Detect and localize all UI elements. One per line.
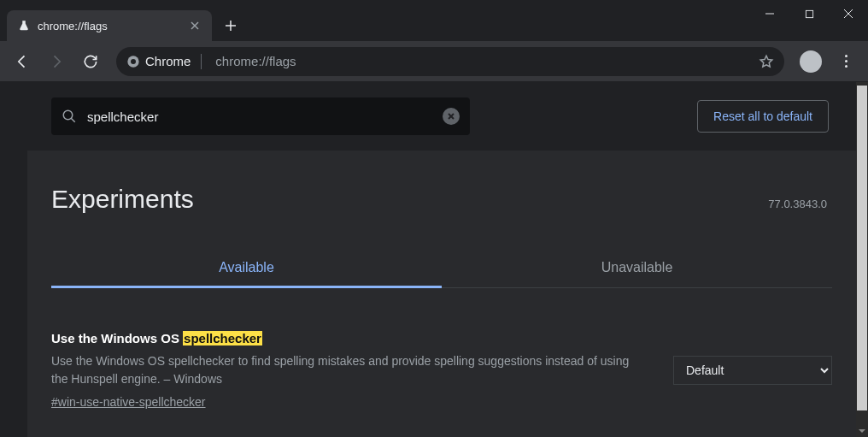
app-menu-button[interactable] <box>830 46 861 77</box>
reset-all-button[interactable]: Reset all to default <box>697 100 829 133</box>
flag-anchor-link[interactable]: #win-use-native-spellchecker <box>51 395 206 409</box>
bookmark-star-icon[interactable] <box>759 54 774 69</box>
toolbar: Chrome chrome://flags <box>0 41 868 82</box>
tab-available[interactable]: Available <box>51 248 442 287</box>
vertical-scrollbar[interactable] <box>856 82 868 437</box>
svg-rect-5 <box>806 10 812 17</box>
flag-title: Use the Windows OS spellchecker <box>51 331 653 345</box>
search-band: Reset all to default <box>0 82 856 151</box>
flags-search-input[interactable] <box>87 109 432 124</box>
flags-tabs: Available Unavailable <box>51 248 832 288</box>
back-button[interactable] <box>7 46 38 77</box>
chrome-icon <box>126 55 140 68</box>
browser-tab[interactable]: chrome://flags <box>7 10 212 41</box>
page-content: Reset all to default Experiments 77.0.38… <box>27 82 856 437</box>
scroll-down-icon[interactable] <box>856 425 868 437</box>
minimize-button[interactable] <box>750 0 789 27</box>
close-window-button[interactable] <box>829 0 868 27</box>
forward-button[interactable] <box>41 46 72 77</box>
clear-search-icon[interactable] <box>443 108 460 125</box>
svg-point-10 <box>63 110 73 120</box>
scrollbar-thumb[interactable] <box>857 86 867 410</box>
search-icon <box>62 109 77 124</box>
titlebar: chrome://flags <box>0 0 868 41</box>
search-highlight: spellchecker <box>183 331 262 345</box>
url-text: chrome://flags <box>215 54 750 68</box>
version-text: 77.0.3843.0 <box>768 198 832 210</box>
new-tab-button[interactable] <box>219 14 243 38</box>
site-info-chip[interactable]: Chrome <box>126 54 207 69</box>
page-viewport: Reset all to default Experiments 77.0.38… <box>0 82 856 437</box>
tab-unavailable[interactable]: Unavailable <box>442 248 832 287</box>
reload-button[interactable] <box>75 46 106 77</box>
window-controls <box>750 0 868 34</box>
flag-state-select[interactable]: Default <box>673 356 832 385</box>
profile-avatar[interactable] <box>800 50 822 73</box>
flag-description: Use the Windows OS spellchecker to find … <box>51 352 632 388</box>
flag-entry: Use the Windows OS spellchecker Use the … <box>27 288 856 410</box>
maximize-button[interactable] <box>789 0 829 27</box>
omnibox[interactable]: Chrome chrome://flags <box>116 47 784 76</box>
flags-search-box[interactable] <box>51 97 470 135</box>
page-title: Experiments <box>51 185 194 214</box>
svg-point-9 <box>131 59 136 64</box>
tab-title: chrome://flags <box>38 20 181 32</box>
svg-line-11 <box>71 118 75 122</box>
url-scheme-label: Chrome <box>145 54 191 68</box>
close-tab-icon[interactable] <box>188 19 202 32</box>
flask-icon <box>17 19 31 32</box>
